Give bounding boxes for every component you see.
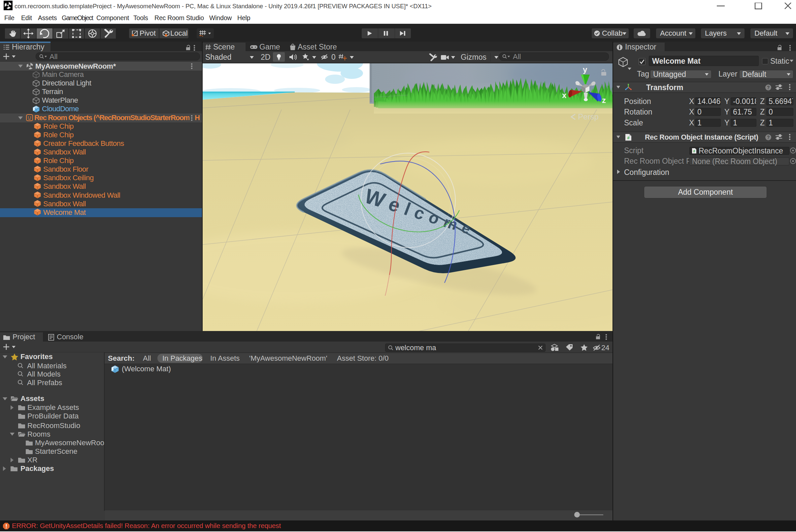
svg-text:24: 24 xyxy=(601,344,609,352)
svg-text:?: ? xyxy=(767,85,770,90)
svg-text:#: # xyxy=(627,135,630,140)
svg-text:y: y xyxy=(583,65,587,74)
svg-text:#: # xyxy=(694,150,695,153)
svg-text:z: z xyxy=(602,96,606,104)
svg-text:x: x xyxy=(562,91,567,100)
svg-text:?: ? xyxy=(767,135,770,140)
svg-text:Persp: Persp xyxy=(578,112,599,121)
